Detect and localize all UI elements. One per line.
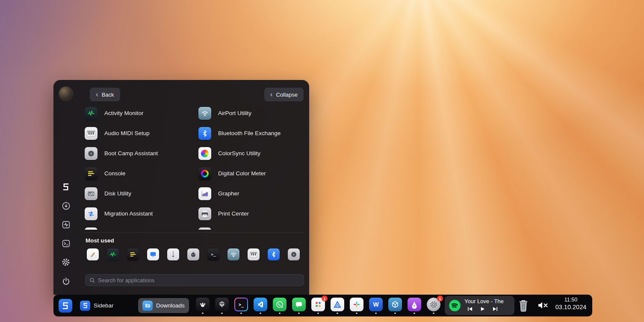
automator-icon[interactable] [187, 248, 199, 260]
sidebar-app-icon[interactable] [59, 299, 72, 313]
search-input[interactable] [98, 277, 300, 284]
app-grapher[interactable]: Grapher [198, 183, 305, 204]
app-row-partial[interactable] [198, 224, 305, 230]
running-indicator [375, 313, 377, 314]
w-app[interactable]: W [369, 298, 383, 314]
taskbar-item-downloads[interactable]: Downloads [138, 298, 189, 313]
spotify-icon[interactable] [449, 299, 461, 312]
partial-app-icon [85, 227, 97, 230]
settings-gear-icon[interactable] [61, 257, 71, 267]
power-icon[interactable] [61, 276, 71, 286]
downloads-icon[interactable] [61, 201, 71, 211]
boot-camp-icon [85, 147, 97, 160]
print-center-icon [198, 207, 211, 220]
app-row-partial[interactable] [85, 224, 192, 230]
system-settings-app[interactable]: 1 [427, 298, 440, 314]
trash-icon[interactable] [517, 298, 529, 314]
media-player-widget[interactable]: Your Love - The [445, 296, 514, 315]
app-grid: Activity Monitor Audio MIDI Setup Boot C… [85, 103, 305, 230]
track-title: Your Love - The [464, 298, 512, 304]
collapse-button[interactable]: ‹ Collapse [264, 88, 304, 101]
app-column-right: AirPort Utility Bluetooth File Exchange … [198, 103, 305, 230]
chatgpt-icon [215, 298, 229, 311]
back-label: Back [102, 92, 114, 98]
colorful-dice-app[interactable]: 1 [311, 298, 325, 314]
purple-pen-icon [408, 298, 421, 311]
iterm-app[interactable]: >_ [234, 298, 248, 314]
back-button[interactable]: ‹ Back [90, 88, 120, 101]
color-grid-app[interactable] [350, 298, 363, 314]
activity-rail-icon[interactable] [61, 219, 71, 230]
display-icon[interactable] [147, 248, 159, 260]
vscode-app[interactable] [254, 298, 267, 314]
iterm-terminal-icon: >_ [234, 298, 248, 311]
play-button[interactable] [480, 307, 485, 311]
notes-icon[interactable] [87, 248, 99, 260]
search-bar [85, 274, 304, 286]
color-grid-icon [350, 298, 363, 311]
next-track-button[interactable] [492, 307, 498, 311]
taskbar-item-sidebar[interactable]: Sidebar [76, 298, 118, 313]
bluetooth-icon[interactable] [268, 248, 280, 260]
app-console[interactable]: Console [85, 163, 192, 183]
cube-app[interactable] [388, 298, 402, 314]
vector-a-app[interactable] [331, 298, 344, 314]
user-avatar[interactable] [59, 87, 73, 100]
colorsync-icon [198, 147, 211, 160]
activity-monitor-icon[interactable] [107, 248, 119, 260]
sidebar-window-icon [80, 301, 90, 311]
player-controls [467, 307, 498, 311]
app-disk-utility[interactable]: Disk Utility [85, 183, 192, 204]
most-used-heading: Most used [86, 237, 114, 244]
search-icon [89, 278, 95, 283]
running-indicator [298, 313, 300, 314]
launcher-panel: ‹ Back ‹ Collapse Activity Monitor Audio… [53, 80, 309, 295]
boot-camp-icon[interactable] [288, 248, 300, 260]
vscode-icon [254, 298, 267, 311]
messages-icon [292, 298, 306, 311]
running-indicator [240, 313, 242, 314]
app-migration-assistant[interactable]: Migration Assistant [85, 204, 192, 224]
paw-app[interactable] [196, 298, 210, 314]
app-bluetooth-file-exchange[interactable]: Bluetooth File Exchange [198, 123, 305, 143]
purple-pen-app[interactable] [408, 298, 421, 314]
app-digital-color-meter[interactable]: Digital Color Meter [198, 163, 305, 183]
terminal-icon[interactable]: >_ [207, 248, 219, 260]
app-colorsync-utility[interactable]: ColorSync Utility [198, 143, 305, 163]
clock-date: 03.10.2024 [551, 304, 591, 310]
app-airport-utility[interactable]: AirPort Utility [198, 103, 305, 123]
paw-icon [196, 298, 210, 311]
whatsapp-icon [273, 298, 287, 311]
messages-app[interactable] [292, 298, 306, 314]
settings-gear-icon: 1 [427, 298, 440, 311]
running-indicator [356, 313, 357, 314]
app-activity-monitor[interactable]: Activity Monitor [85, 103, 192, 123]
dock: Sidebar Downloads >_ 1 W 1 [53, 295, 592, 316]
sidebar-logo-icon[interactable] [61, 182, 71, 192]
chevron-left-icon: ‹ [96, 91, 98, 98]
running-indicator [317, 313, 319, 314]
app-audio-midi-setup[interactable]: Audio MIDI Setup [85, 123, 192, 143]
running-indicator [221, 313, 223, 314]
terminal-rail-icon[interactable] [61, 238, 71, 248]
chatgpt-app[interactable] [215, 298, 229, 314]
clock-widget[interactable]: 11:50 03.10.2024 [551, 297, 591, 310]
app-boot-camp-assistant[interactable]: Boot Camp Assistant [85, 143, 192, 163]
taskbar-item-label: Downloads [156, 302, 185, 309]
console-icon[interactable] [127, 248, 139, 260]
desktop: ‹ Back ‹ Collapse Activity Monitor Audio… [0, 0, 644, 322]
previous-track-button[interactable] [467, 307, 473, 311]
app-print-center[interactable]: Print Center [198, 204, 305, 224]
whatsapp-app[interactable] [273, 298, 287, 314]
taskbar-item-label: Sidebar [94, 302, 114, 309]
airport-utility-icon[interactable] [227, 248, 239, 260]
running-indicator [337, 313, 338, 314]
most-used-row: >_ [87, 248, 300, 260]
console-icon [85, 167, 97, 180]
archive-icon[interactable] [167, 248, 179, 260]
app-column-left: Activity Monitor Audio MIDI Setup Boot C… [85, 103, 192, 230]
running-indicator [279, 313, 281, 314]
audio-midi-icon[interactable] [248, 248, 260, 260]
volume-muted-icon[interactable] [537, 301, 549, 311]
disk-utility-icon [85, 187, 97, 200]
